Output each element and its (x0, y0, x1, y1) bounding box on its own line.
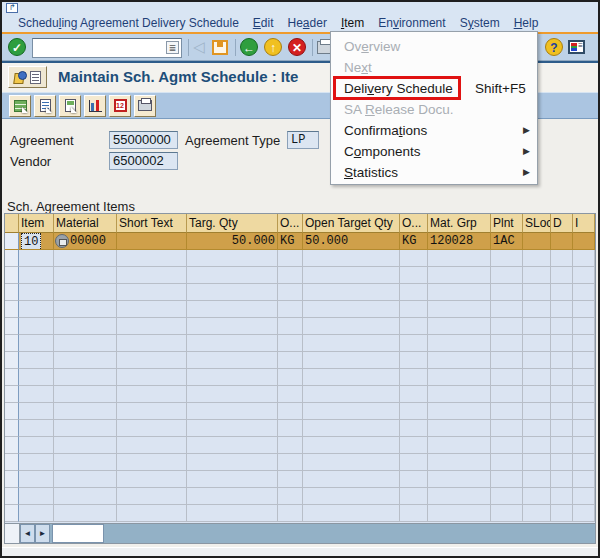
table-cell-empty[interactable] (491, 284, 523, 301)
table-cell-empty[interactable] (117, 403, 187, 420)
table-row-empty[interactable] (5, 471, 595, 488)
column-header-targ-qty[interactable]: Targ. Qty (187, 214, 278, 233)
row-selector-cell[interactable] (5, 250, 19, 267)
table-cell-empty[interactable] (428, 369, 491, 386)
table-cell-empty[interactable] (54, 267, 117, 284)
table-cell-empty[interactable] (19, 386, 54, 403)
table-cell-empty[interactable] (19, 267, 54, 284)
table-cell-empty[interactable] (117, 369, 187, 386)
table-cell-empty[interactable] (117, 250, 187, 267)
table-cell-empty[interactable] (278, 403, 303, 420)
table-cell-empty[interactable] (400, 284, 428, 301)
save-button[interactable] (212, 37, 228, 57)
table-row-empty[interactable] (5, 250, 595, 267)
table-cell-empty[interactable] (428, 301, 491, 318)
table-cell-empty[interactable] (523, 352, 551, 369)
table-cell-empty[interactable] (19, 471, 54, 488)
menu-edit[interactable]: Edit (253, 16, 274, 30)
table-cell-empty[interactable] (54, 318, 117, 335)
table-cell-empty[interactable] (523, 267, 551, 284)
table-cell-empty[interactable] (278, 301, 303, 318)
table-cell-empty[interactable] (400, 488, 428, 505)
table-row-empty[interactable] (5, 437, 595, 454)
table-cell-empty[interactable] (428, 505, 491, 522)
table-cell-empty[interactable] (523, 386, 551, 403)
table-cell-empty[interactable] (400, 505, 428, 522)
table-cell-empty[interactable] (303, 250, 400, 267)
table-cell-empty[interactable] (428, 471, 491, 488)
table-cell-empty[interactable] (523, 505, 551, 522)
table-cell-empty[interactable] (400, 301, 428, 318)
exit-button[interactable]: ↑ (264, 37, 282, 57)
table-cell-empty[interactable] (573, 386, 595, 403)
table-cell-empty[interactable] (117, 318, 187, 335)
table-row-empty[interactable] (5, 369, 595, 386)
table-cell-empty[interactable] (187, 403, 278, 420)
table-cell-empty[interactable] (278, 352, 303, 369)
menu-system[interactable]: System (460, 16, 500, 30)
table-cell-empty[interactable] (491, 403, 523, 420)
table-cell-empty[interactable] (54, 488, 117, 505)
table-cell-empty[interactable] (117, 335, 187, 352)
table-cell-empty[interactable] (54, 352, 117, 369)
table-cell-empty[interactable] (303, 267, 400, 284)
table-cell-empty[interactable] (303, 369, 400, 386)
selector-column-header[interactable] (5, 214, 19, 233)
table-cell-empty[interactable] (117, 386, 187, 403)
row-selector-cell[interactable] (5, 488, 19, 505)
table-cell-empty[interactable] (303, 505, 400, 522)
table-cell-empty[interactable] (187, 437, 278, 454)
cell-i[interactable] (573, 233, 595, 250)
cell-unit2[interactable]: KG (400, 233, 428, 250)
table-cell-empty[interactable] (573, 454, 595, 471)
table-cell-empty[interactable] (303, 318, 400, 335)
table-row-empty[interactable] (5, 386, 595, 403)
table-row-empty[interactable] (5, 335, 595, 352)
cell-plnt[interactable]: 1AC (491, 233, 523, 250)
scroll-left-button[interactable]: ◄ (20, 524, 35, 543)
table-cell-empty[interactable] (117, 352, 187, 369)
table-cell-empty[interactable] (523, 335, 551, 352)
row-selector-cell[interactable] (5, 505, 19, 522)
table-cell-empty[interactable] (117, 284, 187, 301)
vendor-field[interactable]: 6500002 (109, 152, 178, 170)
cell-mat-grp[interactable]: 120028 (428, 233, 491, 250)
table-cell-empty[interactable] (54, 454, 117, 471)
table-cell-empty[interactable] (523, 488, 551, 505)
table-cell-empty[interactable] (19, 301, 54, 318)
table-row-empty[interactable] (5, 420, 595, 437)
table-cell-empty[interactable] (428, 318, 491, 335)
agreement-type-field[interactable]: LP (287, 131, 319, 149)
scrollbar-track[interactable] (104, 524, 595, 543)
table-cell-empty[interactable] (187, 267, 278, 284)
table-cell-empty[interactable] (428, 454, 491, 471)
menu-option-statistics[interactable]: Statistics▶ (331, 162, 537, 183)
table-cell-empty[interactable] (278, 369, 303, 386)
cell-material[interactable]: 00000 (54, 233, 117, 250)
table-cell-empty[interactable] (278, 437, 303, 454)
table-cell-empty[interactable] (573, 284, 595, 301)
table-cell-empty[interactable] (573, 471, 595, 488)
column-header-item[interactable]: Item (19, 214, 54, 233)
table-cell-empty[interactable] (187, 488, 278, 505)
table-cell-empty[interactable] (19, 454, 54, 471)
table-cell-empty[interactable] (573, 488, 595, 505)
table-cell-empty[interactable] (523, 437, 551, 454)
table-cell-empty[interactable] (400, 369, 428, 386)
table-cell-empty[interactable] (523, 301, 551, 318)
table-cell-empty[interactable] (303, 403, 400, 420)
table-cell-empty[interactable] (278, 386, 303, 403)
column-header-open-target-qty[interactable]: Open Target Qty (303, 214, 400, 233)
table-row-selected[interactable]: 10 00000 50.000 KG 50.000 KG 120028 1AC (5, 233, 595, 250)
table-row-empty[interactable] (5, 488, 595, 505)
table-cell-empty[interactable] (278, 471, 303, 488)
item-overview-button[interactable] (34, 95, 56, 117)
table-cell-empty[interactable] (523, 318, 551, 335)
table-cell-empty[interactable] (19, 505, 54, 522)
table-cell-empty[interactable] (54, 420, 117, 437)
table-cell-empty[interactable] (54, 386, 117, 403)
table-cell-empty[interactable] (187, 318, 278, 335)
row-selector-cell[interactable] (5, 369, 19, 386)
item-details-button[interactable] (9, 95, 31, 117)
table-cell-empty[interactable] (491, 505, 523, 522)
